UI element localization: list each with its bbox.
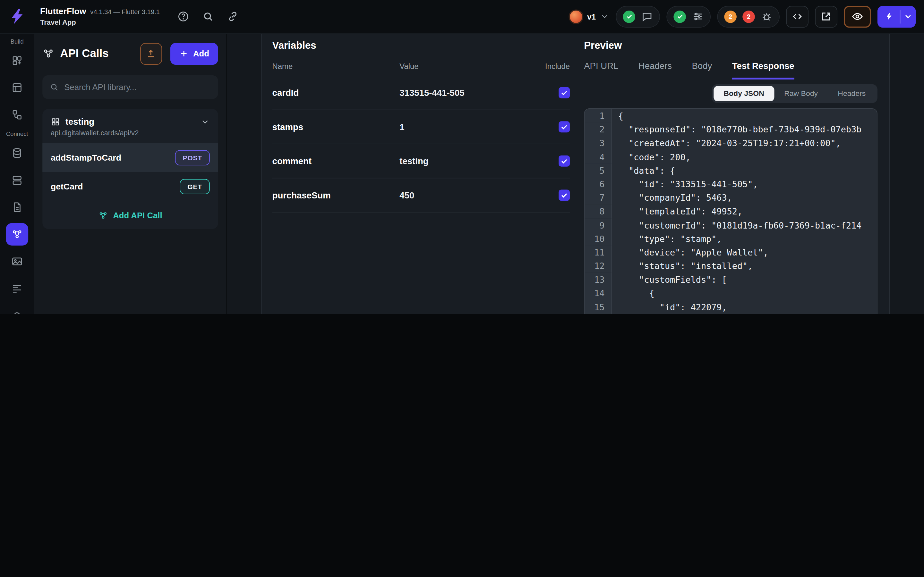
issues-pill[interactable]: 2 2 — [717, 5, 780, 27]
api-search — [42, 75, 218, 99]
line-number: 6 — [585, 177, 612, 191]
add-api-call-label: Add API Call — [113, 211, 162, 220]
code-icon — [792, 11, 803, 23]
preview-mode-button[interactable] — [844, 5, 871, 27]
rail-section-build: Build — [11, 38, 24, 45]
check-circle-icon — [623, 10, 635, 23]
line-number: 15 — [585, 300, 612, 314]
chat-icon — [641, 11, 653, 23]
import-api-button[interactable] — [140, 43, 162, 64]
include-checkbox[interactable] — [559, 155, 570, 167]
code-line: 2 "responseId": "018e770b-bbef-73b4-939d… — [585, 122, 877, 136]
rail-item-widget-palette[interactable] — [6, 49, 28, 72]
line-content: "code": 200, — [612, 150, 877, 164]
flutterflow-logo-icon — [8, 8, 26, 25]
line-content: { — [612, 286, 877, 300]
tab-body[interactable]: Body — [692, 61, 712, 79]
rail-item-page-selector[interactable] — [6, 77, 28, 99]
preview-section: Preview API URL Headers Body Test Respon… — [584, 40, 877, 314]
view-code-button[interactable] — [786, 5, 809, 27]
plus-icon — [179, 49, 188, 58]
rail-item-firestore[interactable] — [6, 142, 28, 164]
rail-item-app-values[interactable] — [6, 196, 28, 219]
widget-tree-icon — [11, 109, 23, 121]
rail-item-custom-functions[interactable] — [6, 277, 28, 300]
variable-value[interactable]: testing — [399, 156, 533, 166]
line-content: "id": 422079, — [612, 300, 877, 314]
variables-section: Variables Name Value Include cardId 3135… — [272, 40, 570, 314]
project-info: FlutterFlow v4.1.34 — Flutter 3.19.1 Tra… — [40, 6, 160, 26]
database-icon — [11, 147, 23, 159]
comments-status-pill[interactable] — [615, 5, 660, 27]
line-content: "responseId": "018e770b-bbef-73b4-939d-0… — [612, 122, 877, 136]
preview-title: Preview — [584, 40, 877, 52]
panel-title: API Calls — [60, 47, 108, 60]
line-content: "data": { — [612, 163, 877, 177]
add-api-call-button[interactable]: Add API Call — [42, 201, 218, 220]
tab-test-response[interactable]: Test Response — [732, 61, 795, 79]
version-selector[interactable]: v1 — [569, 9, 610, 24]
open-in-new-button[interactable] — [815, 5, 837, 27]
line-content: "customFields": [ — [612, 273, 877, 287]
external-link-icon — [821, 11, 832, 23]
code-line: 9 "customerId": "0181d19a-fb60-7369-b1ac… — [585, 218, 877, 232]
help-icon[interactable] — [178, 11, 189, 23]
tab-headers[interactable]: Headers — [638, 61, 672, 79]
add-api-button[interactable]: Add — [170, 43, 218, 64]
line-content: "status": "installed", — [612, 259, 877, 273]
rail-item-api-calls[interactable] — [6, 223, 28, 245]
segment-body-json[interactable]: Body JSON — [714, 86, 774, 101]
search-api-input[interactable] — [64, 82, 211, 92]
settings-status-pill[interactable] — [666, 5, 711, 27]
include-checkbox[interactable] — [559, 189, 570, 201]
code-line: 11 "device": "Apple Wallet", — [585, 245, 877, 259]
variables-table-header: Name Value Include — [272, 62, 570, 76]
code-line: 5 "data": { — [585, 163, 877, 177]
variable-value[interactable]: 1 — [399, 122, 533, 132]
segment-raw-body[interactable]: Raw Body — [774, 86, 828, 101]
flutterflow-logo[interactable] — [0, 8, 34, 25]
run-options-chevron[interactable] — [901, 12, 916, 21]
errors-badge: 2 — [742, 10, 755, 23]
check-icon — [561, 89, 568, 97]
segment-headers[interactable]: Headers — [828, 86, 876, 101]
page-layout-icon — [11, 82, 23, 93]
api-call-item-addstamptocard[interactable]: addStampToCard POST — [42, 143, 218, 172]
variable-value[interactable]: 450 — [399, 190, 533, 200]
code-lines-icon — [11, 283, 23, 295]
project-name: Travel App — [40, 18, 160, 27]
api-call-item-getcard[interactable]: getCard GET — [42, 172, 218, 201]
rail-item-widget-tree[interactable] — [6, 103, 28, 126]
code-line: 13 "customFields": [ — [585, 273, 877, 287]
tab-api-url[interactable]: API URL — [584, 61, 618, 79]
main-content: Variables Name Value Include cardId 3135… — [227, 34, 924, 314]
preview-tabs: API URL Headers Body Test Response — [584, 61, 877, 79]
topbar-actions: v1 2 2 — [569, 5, 924, 27]
rail-section-connect: Connect — [6, 131, 28, 137]
line-number: 11 — [585, 245, 612, 259]
line-number: 2 — [585, 122, 612, 136]
document-icon — [11, 201, 23, 213]
api-calls-icon — [98, 211, 107, 220]
include-checkbox[interactable] — [559, 87, 570, 98]
search-icon — [49, 82, 59, 92]
response-json-viewer[interactable]: 1 { 2 "responseId": "018e770b-bbef-73b4-… — [584, 108, 877, 314]
group-name: testing — [65, 117, 94, 127]
run-button[interactable] — [877, 5, 916, 27]
rail-item-media-assets[interactable] — [6, 250, 28, 273]
line-number: 13 — [585, 273, 612, 287]
chevron-down-icon[interactable] — [200, 117, 210, 126]
include-checkbox[interactable] — [559, 121, 570, 132]
column-value: Value — [399, 62, 533, 71]
code-line: 14 { — [585, 286, 877, 300]
variable-value[interactable]: 313515-441-505 — [399, 88, 533, 98]
line-number: 3 — [585, 136, 612, 150]
rail-item-cloud-functions[interactable] — [6, 305, 28, 314]
api-group-header[interactable]: testing — [42, 117, 218, 127]
group-base-url: api.digitalwallet.cards/api/v2 — [42, 127, 218, 143]
rail-item-data-types[interactable] — [6, 169, 28, 191]
link-icon[interactable] — [227, 11, 239, 23]
search-icon[interactable] — [202, 11, 214, 23]
code-line: 16 "name": "Primeiro nome", — [585, 314, 877, 314]
column-name: Name — [272, 62, 400, 71]
